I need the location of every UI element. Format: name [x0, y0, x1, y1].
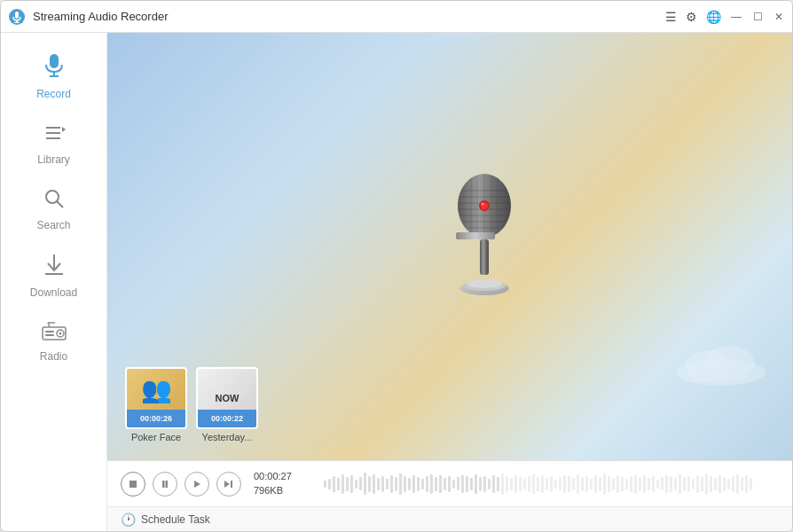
sidebar-item-download[interactable]: Download: [1, 242, 106, 309]
waveform-bar: [670, 476, 672, 492]
waveform-bar: [368, 476, 371, 492]
waveform-bar: [346, 477, 349, 491]
waveform-bar: [537, 477, 539, 491]
waveform-bar: [541, 475, 544, 493]
album-item-poker-face[interactable]: 👥 00:00:26 Poker Face: [125, 367, 187, 442]
waveform-bar: [342, 474, 344, 494]
album-thumbnails: 👥 00:00:26 Poker Face NOW 00:00:22: [125, 367, 258, 442]
waveform-bar: [674, 478, 677, 490]
close-button[interactable]: ✕: [773, 11, 785, 23]
waveform-bar: [435, 477, 437, 491]
svg-line-12: [57, 201, 63, 207]
album-time-bar-2: 00:00:22: [198, 410, 256, 427]
waveform-bar: [399, 473, 402, 495]
waveform-bar: [519, 477, 522, 491]
waveform-bar: [701, 477, 703, 491]
globe-icon[interactable]: 🌐: [706, 10, 721, 24]
waveform-bar: [554, 480, 557, 489]
waveform-bar: [572, 478, 575, 490]
waveform-bar: [652, 476, 655, 492]
waveform-bar: [741, 477, 743, 491]
waveform-bar: [386, 479, 389, 489]
stop-button[interactable]: [121, 472, 145, 497]
album-item-yesterday[interactable]: NOW 00:00:22 Yesterday...: [196, 367, 258, 442]
waveform-bar: [364, 473, 366, 495]
svg-rect-51: [231, 481, 232, 488]
svg-point-11: [46, 191, 59, 203]
minimize-button[interactable]: —: [730, 11, 742, 23]
waveform-bar: [634, 474, 637, 494]
waveform-bar: [594, 475, 597, 493]
waveform-bar: [563, 475, 566, 493]
download-label: Download: [30, 286, 77, 299]
waveform-bar: [643, 475, 646, 493]
svg-rect-19: [45, 334, 54, 336]
cloud-decoration: [668, 341, 774, 389]
waveform-bar: [359, 477, 362, 490]
player-time: 00:00:27: [254, 470, 316, 483]
svg-rect-1: [15, 12, 19, 19]
svg-point-42: [467, 279, 502, 288]
svg-marker-10: [62, 127, 66, 132]
sidebar-item-record[interactable]: Record: [1, 42, 106, 111]
pause-button[interactable]: [153, 472, 177, 497]
svg-rect-3: [14, 22, 20, 23]
sidebar-item-library[interactable]: Library: [1, 111, 106, 176]
waveform-bar: [373, 474, 375, 494]
waveform-bar: [577, 474, 579, 494]
schedule-bar: 🕐 Schedule Task: [107, 506, 792, 531]
library-icon: [43, 121, 66, 150]
waveform-display: [323, 471, 779, 497]
people-icon: 👥: [127, 369, 185, 410]
waveform-bar: [381, 476, 384, 492]
waveform-bar: [612, 478, 615, 490]
play-button[interactable]: [185, 472, 209, 497]
svg-rect-38: [456, 232, 495, 239]
waveform-bar: [590, 479, 593, 489]
waveform-bar: [727, 479, 730, 489]
schedule-label[interactable]: Schedule Task: [141, 513, 210, 526]
waveform-bar: [483, 476, 486, 492]
sidebar-item-radio[interactable]: Radio: [1, 309, 106, 373]
waveform-bar: [390, 475, 393, 493]
album-name-1: Poker Face: [131, 432, 181, 442]
menu-icon[interactable]: ☰: [665, 10, 677, 24]
waveform-bar: [523, 479, 526, 489]
waveform-bar: [550, 476, 553, 492]
waveform-bar: [501, 473, 504, 495]
svg-rect-2: [16, 20, 18, 22]
waveform-bar: [461, 475, 464, 493]
waveform-bar: [395, 477, 397, 491]
waveform-bar: [426, 476, 428, 492]
svg-point-45: [705, 346, 755, 381]
radio-icon: [41, 320, 67, 347]
settings-icon[interactable]: ⚙: [686, 10, 697, 24]
waveform-bar: [665, 475, 668, 493]
svg-marker-49: [194, 481, 200, 488]
waveform-bar: [528, 476, 530, 492]
waveform-bar: [430, 474, 433, 494]
player-time-display: 00:00:27 796KB: [254, 470, 316, 497]
waveform-bar: [568, 476, 570, 492]
skip-button[interactable]: [216, 472, 241, 497]
album-time-1: 00:00:26: [140, 414, 172, 423]
microphone-illustration: [431, 168, 538, 310]
record-label: Record: [36, 88, 71, 100]
svg-rect-18: [45, 331, 54, 332]
restore-button[interactable]: ☐: [751, 11, 764, 23]
waveform-bar: [417, 477, 420, 491]
album-time-bar-1: 00:00:26: [127, 410, 185, 427]
waveform-bar: [687, 476, 690, 492]
app-logo: [8, 8, 26, 26]
record-icon: [43, 52, 66, 84]
waveform-bar: [718, 475, 721, 493]
waveform-bar: [408, 478, 411, 490]
title-bar: Streaming Audio Recorder ☰ ⚙ 🌐 — ☐ ✕: [1, 1, 792, 33]
waveform-bar: [656, 480, 659, 489]
waveform-bar: [448, 476, 451, 492]
waveform-bar: [683, 477, 686, 491]
sidebar-item-search[interactable]: Search: [1, 176, 106, 242]
library-label: Library: [37, 153, 70, 166]
waveform-bar: [514, 475, 517, 493]
waveform-bar: [444, 478, 446, 490]
